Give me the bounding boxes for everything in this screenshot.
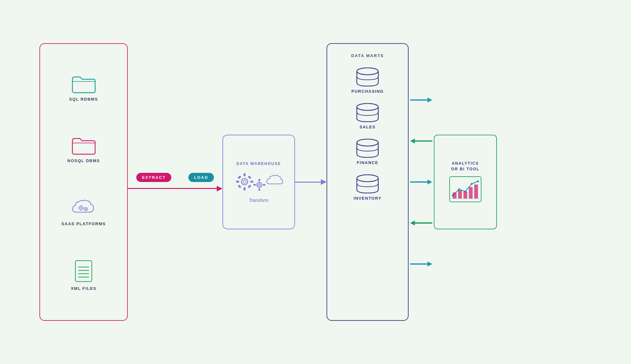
analytics-title: ANALYTICS OR BI TOOL [451,161,480,172]
source-item-sql: SQL RDBMS [69,73,98,102]
data-marts-box: DATA MARTS PURCHASING SALES [327,43,409,321]
diagram: SQL RDBMS NOSQL DBMS [39,24,592,340]
svg-rect-8 [75,261,92,282]
svg-point-0 [79,206,83,210]
svg-point-31 [357,139,378,146]
svg-point-30 [357,103,378,110]
svg-rect-21 [238,185,241,188]
svg-rect-42 [469,187,473,199]
db-sales-icon [355,103,380,122]
analytics-box: ANALYTICS OR BI TOOL [434,135,497,229]
nosql-dbms-label: NOSQL DBMS [68,158,100,163]
arrow-to-purchasing [410,97,432,103]
folder-teal-icon [71,73,96,94]
arrow-from-analytics-1 [410,138,432,144]
svg-point-2 [84,208,87,211]
db-finance-icon [355,139,380,158]
mart-item-sales: SALES [355,103,380,129]
svg-rect-20 [248,175,251,179]
mart-analytics-arrows [409,79,434,285]
extract-badge: EXTRACT [136,173,171,182]
data-warehouse-box: DATA WAREHOUSE [222,135,295,229]
finance-label: FINANCE [357,160,378,165]
svg-point-13 [241,179,248,185]
purchasing-label: PURCHASING [351,89,384,94]
dw-icons [234,172,283,192]
dw-transform-label: Transform [249,198,269,203]
source-item-nosql: NOSQL DBMS [68,135,100,163]
svg-rect-16 [244,187,245,191]
big-gear-icon [234,172,255,192]
db-inventory-icon [355,174,380,193]
svg-point-24 [258,184,260,186]
source-item-saas: SAAS PLATFORMS [62,196,106,226]
svg-rect-22 [248,185,251,188]
svg-rect-28 [263,184,265,186]
dw-title: DATA WAREHOUSE [236,161,281,166]
svg-point-14 [243,180,246,183]
load-badge: LOAD [188,173,214,182]
sql-rdbms-label: SQL RDBMS [69,97,98,102]
svg-point-35 [458,188,460,190]
arrow-to-sales [410,179,432,185]
extract-load-section: EXTRACT LOAD [128,173,222,191]
svg-rect-39 [453,192,457,199]
svg-rect-26 [258,188,260,191]
small-gear-icon [253,178,266,191]
svg-point-23 [257,182,262,187]
svg-rect-17 [236,181,239,183]
svg-rect-27 [253,184,256,186]
svg-rect-41 [463,191,467,199]
svg-point-3 [85,208,86,210]
svg-point-38 [477,180,479,182]
folder-pink-icon [71,135,96,155]
db-purchasing-icon [355,68,380,86]
mart-item-finance: FINANCE [355,139,380,165]
sales-label: SALES [360,125,376,129]
inventory-label: INVENTORY [354,196,382,201]
svg-rect-40 [458,190,462,199]
mart-item-inventory: INVENTORY [354,174,382,201]
arrow-to-finance [410,261,432,267]
svg-point-37 [471,183,473,185]
saas-platforms-label: SAAS PLATFORMS [62,221,106,226]
source-item-xml: XML FILES [71,259,96,291]
svg-rect-15 [244,173,245,176]
document-green-icon [73,259,95,283]
svg-point-32 [357,175,378,182]
source-box: SQL RDBMS NOSQL DBMS [39,43,128,321]
mart-item-purchasing: PURCHASING [351,68,384,94]
svg-rect-43 [474,185,478,199]
svg-rect-25 [258,179,260,181]
data-marts-title: DATA MARTS [351,53,384,58]
arrow-from-analytics-2 [410,220,432,226]
svg-point-29 [357,68,378,75]
dw-to-mart-arrow [295,179,327,185]
extract-arrow [128,186,222,191]
svg-point-1 [80,207,82,209]
dw-cloud-icon [266,174,283,188]
analytics-chart-icon [448,175,483,203]
svg-rect-19 [238,175,241,179]
cloud-purple-icon [70,196,97,218]
xml-files-label: XML FILES [71,286,96,291]
badges-row: EXTRACT LOAD [128,173,222,182]
